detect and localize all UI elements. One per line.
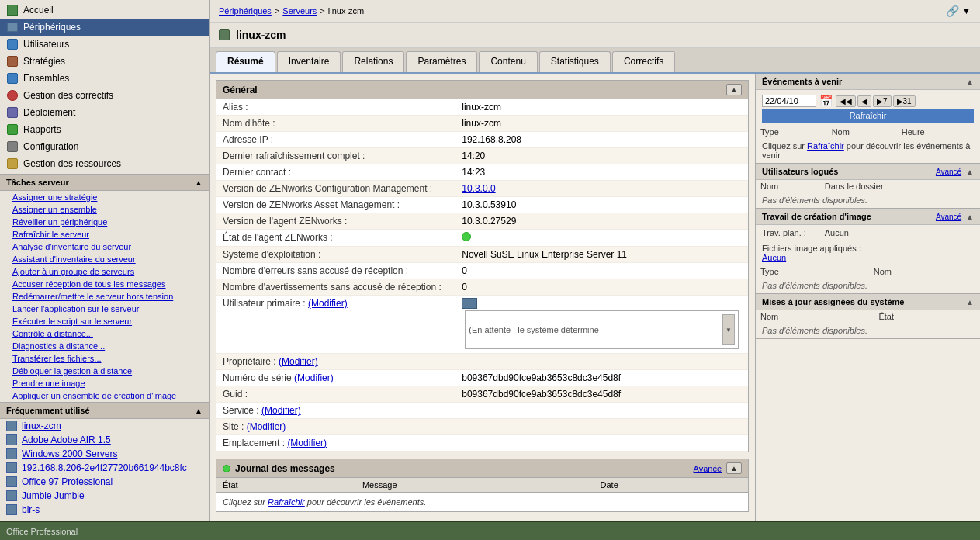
breadcrumb-serveurs[interactable]: Serveurs (282, 6, 317, 16)
calendar-icon[interactable]: 📅 (819, 95, 833, 107)
sidebar-item-ressources[interactable]: Gestion des ressources (0, 155, 209, 172)
freq-link-2[interactable]: Windows 2000 Servers (22, 448, 117, 459)
task-executer-script[interactable]: Exécuter le script sur le serveur (0, 315, 209, 327)
applied-value-link[interactable]: Aucun (762, 253, 786, 262)
general-collapse[interactable]: ▲ (726, 84, 742, 95)
task-diagnostics[interactable]: Diagnostics à distance... (0, 340, 209, 352)
message-log-advanced[interactable]: Avancé (694, 464, 722, 473)
service-modifier[interactable]: (Modifier) (261, 405, 301, 416)
tab-resume[interactable]: Résumé (216, 51, 275, 72)
nav-next-31[interactable]: ▶31 (893, 95, 916, 107)
field-value: Novell SuSE Linux Enterprise Server 11 (455, 247, 748, 263)
field-label: Dernier rafraîchissement complet : (216, 148, 455, 164)
sidebar-item-accueil[interactable]: Accueil (0, 2, 209, 19)
tab-parametres[interactable]: Paramètres (406, 51, 477, 72)
task-assigner-strategie[interactable]: Assigner une stratégie (0, 191, 209, 203)
field-label: Utilisateur primaire : (Modifier) (216, 296, 455, 354)
freq-link-0[interactable]: linux-zcm (22, 421, 61, 431)
assigned-updates-collapse[interactable]: ▲ (966, 298, 974, 306)
events-rafraichir-link[interactable]: Rafraîchir (807, 141, 844, 151)
nav-prev[interactable]: ◀ (857, 95, 871, 107)
field-label: État de l'agent ZENworks : (216, 230, 455, 247)
task-debloquer[interactable]: Débloquer la gestion à distance (0, 365, 209, 377)
image-work-advanced[interactable]: Avancé (936, 213, 961, 221)
tab-correctifs[interactable]: Correctifs (612, 51, 675, 72)
field-label: Alias : (216, 99, 455, 116)
image-work-col-type: Type (756, 265, 869, 278)
task-assistant[interactable]: Assistant d'inventaire du serveur (0, 253, 209, 265)
field-value: b09367dbd90fce9ab3653c8dc3e45d8f (455, 370, 748, 386)
freq-item-2[interactable]: Windows 2000 Servers (0, 447, 209, 461)
task-controle[interactable]: Contrôle à distance... (0, 327, 209, 340)
sidebar-item-utilisateurs[interactable]: Utilisateurs (0, 36, 209, 53)
freq-link-6[interactable]: blr-s (22, 504, 40, 515)
sidebar-item-rapports[interactable]: Rapports (0, 121, 209, 138)
nav-first[interactable]: ◀◀ (836, 95, 856, 107)
task-transferer[interactable]: Transférer les fichiers... (0, 352, 209, 365)
emplacement-modifier[interactable]: (Modifier) (287, 438, 327, 448)
field-label: Nombre d'erreurs sans accusé de réceptio… (216, 263, 455, 279)
sidebar-item-label: Rapports (23, 124, 61, 135)
sidebar-item-label: Gestion des correctifs (23, 90, 113, 101)
field-value (455, 354, 748, 370)
sidebar-item-label: Utilisateurs (23, 39, 69, 50)
task-lancer-app[interactable]: Lancer l'application sur le serveur (0, 303, 209, 315)
logged-users-col-folder: Dans le dossier (820, 180, 980, 192)
events-collapse[interactable]: ▲ (966, 78, 974, 86)
table-row: Emplacement : (Modifier) (216, 435, 748, 452)
field-value: 192.168.8.208 (455, 132, 748, 148)
general-header: Général ▲ (216, 81, 748, 99)
site-modifier[interactable]: (Modifier) (247, 421, 286, 432)
freq-item-3[interactable]: 192.168.8.206-2e4f27720b661944bc8fc (0, 461, 209, 475)
sidebar-item-strategies[interactable]: Stratégies (0, 53, 209, 70)
task-assigner-ensemble[interactable]: Assigner un ensemble (0, 203, 209, 216)
image-work-empty: Pas d'éléments disponibles. (756, 278, 980, 293)
task-rafraichir[interactable]: Rafraîchir le serveur (0, 228, 209, 241)
events-refresh-btn[interactable]: Rafraîchir (762, 109, 974, 123)
sidebar-item-correctifs[interactable]: Gestion des correctifs (0, 87, 209, 104)
logged-users-collapse[interactable]: ▲ (966, 168, 974, 176)
dropdown-icon[interactable]: ▼ (962, 6, 971, 16)
freq-link-4[interactable]: Office 97 Professional (22, 476, 113, 487)
message-log-collapse[interactable]: ▲ (726, 462, 742, 474)
tab-statistiques[interactable]: Statistiques (539, 51, 611, 72)
tab-inventaire[interactable]: Inventaire (277, 51, 341, 72)
log-rafraichir-link[interactable]: Rafraîchir (268, 497, 305, 507)
task-ajouter-groupe[interactable]: Ajouter à un groupe de serveurs (0, 265, 209, 278)
tab-contenu[interactable]: Contenu (479, 51, 537, 72)
task-appliquer-ensemble[interactable]: Appliquer un ensemble de création d'imag… (0, 389, 209, 402)
calendar-date-input[interactable] (762, 95, 816, 107)
task-reveiller[interactable]: Réveiller un périphérique (0, 216, 209, 228)
logged-users-advanced[interactable]: Avancé (936, 168, 961, 176)
task-redemarrer[interactable]: Redémarrer/mettre le serveur hors tensio… (0, 290, 209, 303)
breadcrumb-sep-1: > (275, 6, 279, 16)
freq-used-collapse[interactable]: ▲ (195, 407, 203, 415)
freq-item-5[interactable]: Jumble Jumble (0, 489, 209, 503)
server-tasks-collapse[interactable]: ▲ (195, 178, 203, 187)
task-accuser[interactable]: Accuser réception de tous les messages (0, 278, 209, 290)
freq-link-1[interactable]: Adobe Adobe AIR 1.5 (22, 434, 111, 445)
sidebar-item-ensembles[interactable]: Ensembles (0, 70, 209, 87)
proprietaire-modifier[interactable]: (Modifier) (279, 356, 318, 367)
image-work-collapse[interactable]: ▲ (966, 213, 974, 221)
tab-relations[interactable]: Relations (342, 51, 404, 72)
sidebar-item-deploiement[interactable]: Déploiement (0, 104, 209, 121)
sidebar-item-configuration[interactable]: Configuration (0, 138, 209, 155)
breadcrumb-peripheriques[interactable]: Périphériques (219, 6, 272, 16)
scrollbar[interactable]: ▼ (722, 314, 735, 345)
freq-item-6[interactable]: blr-s (0, 503, 209, 517)
freq-link-3[interactable]: 192.168.8.206-2e4f27720b661944bc8fc (22, 462, 187, 473)
zenworks-version-link[interactable]: 10.3.0.0 (462, 183, 495, 194)
freq-item-1[interactable]: Adobe Adobe AIR 1.5 (0, 433, 209, 447)
nav-next-7[interactable]: ▶7 (873, 95, 892, 107)
task-analyse[interactable]: Analyse d'inventaire du serveur (0, 241, 209, 253)
sidebar-item-peripheriques[interactable]: Périphériques (0, 19, 209, 36)
freq-item-4[interactable]: Office 97 Professional (0, 475, 209, 489)
primary-user-modifier[interactable]: (Modifier) (308, 298, 348, 309)
serial-modifier[interactable]: (Modifier) (294, 372, 334, 383)
freq-link-5[interactable]: Jumble Jumble (22, 490, 85, 501)
message-log-header: Journal des messages Avancé ▲ (216, 459, 748, 478)
field-value: 10.3.0.53910 (455, 197, 748, 213)
task-image[interactable]: Prendre une image (0, 377, 209, 389)
freq-item-0[interactable]: linux-zcm (0, 419, 209, 433)
